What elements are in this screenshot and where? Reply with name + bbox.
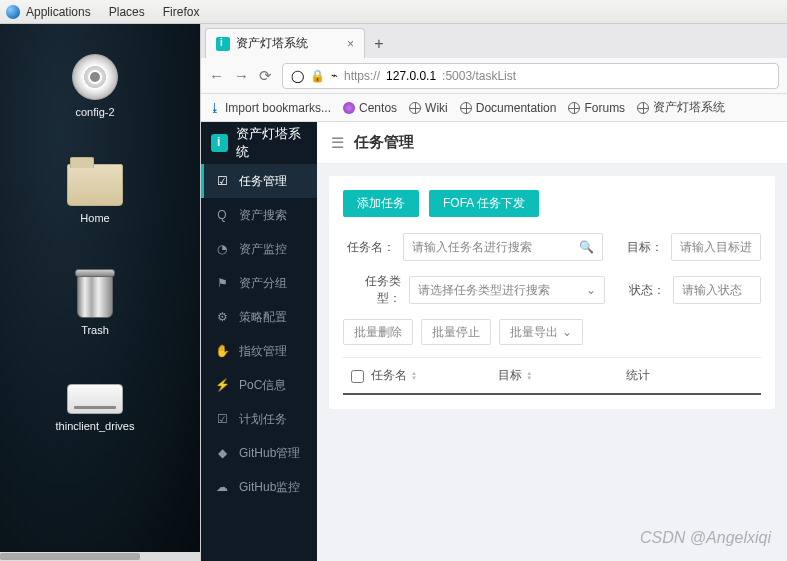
browser-tab[interactable]: 资产灯塔系统 × (205, 28, 365, 58)
table-header: 任务名▲▼ 目标▲▼ 统计 (343, 357, 761, 395)
import-bookmarks[interactable]: ⭳Import bookmarks... (209, 101, 331, 115)
sidebar-item-plan[interactable]: ☑计划任务 (201, 402, 317, 436)
group-icon: ⚑ (215, 276, 229, 290)
desktop-drives-icon[interactable]: thinclient_drives (50, 384, 140, 432)
taskname-input[interactable]: 请输入任务名进行搜索🔍 (403, 233, 603, 261)
th-taskname[interactable]: 任务名▲▼ (371, 367, 498, 384)
sidebar-item-label: 指纹管理 (239, 343, 287, 360)
desktop-home-icon[interactable]: Home (50, 164, 140, 224)
bookmark-forums[interactable]: Forums (568, 101, 625, 115)
batch-delete-button[interactable]: 批量删除 (343, 319, 413, 345)
menu-toggle-icon[interactable]: ☰ (331, 134, 344, 152)
forward-icon[interactable]: → (234, 67, 249, 84)
address-input[interactable]: ◯ 🔒 ⌁ https://127.0.0.1:5003/taskList (282, 63, 779, 89)
sidebar-item-github-mon[interactable]: ☁GitHub监控 (201, 470, 317, 504)
sidebar-item-label: PoC信息 (239, 377, 286, 394)
github-icon: ◆ (215, 446, 229, 460)
favicon-icon (216, 37, 230, 51)
url-host: 127.0.0.1 (386, 69, 436, 83)
add-task-button[interactable]: 添加任务 (343, 190, 419, 217)
label-taskname: 任务名： (343, 239, 395, 256)
label-trash: Trash (50, 324, 140, 336)
label-home: Home (50, 212, 140, 224)
sidebar: 资产灯塔系统 ☑任务管理 Q资产搜索 ◔资产监控 ⚑资产分组 ⚙策略配置 ✋指纹… (201, 122, 317, 561)
fofa-task-button[interactable]: FOFA 任务下发 (429, 190, 539, 217)
watermark: CSDN @Angelxiqi (640, 529, 771, 547)
trash-icon (77, 274, 113, 318)
plan-icon: ☑ (215, 412, 229, 426)
sidebar-item-group[interactable]: ⚑资产分组 (201, 266, 317, 300)
bookmark-docs[interactable]: Documentation (460, 101, 557, 115)
main-content: ☰ 任务管理 添加任务 FOFA 任务下发 任务名： 请输入任务名进行搜索🔍 目… (317, 122, 787, 561)
desktop-cd-icon[interactable]: config-2 (50, 54, 140, 118)
system-top-panel: Applications Places Firefox (0, 0, 787, 24)
type-select[interactable]: 请选择任务类型进行搜索⌄ (409, 276, 604, 304)
select-all-checkbox[interactable] (351, 370, 364, 383)
chevron-down-icon: ⌄ (562, 325, 572, 339)
desktop-area: config-2 Home Trash thinclient_drives (0, 24, 200, 561)
sidebar-item-label: 资产监控 (239, 241, 287, 258)
batch-stop-button[interactable]: 批量停止 (421, 319, 491, 345)
new-tab-button[interactable]: + (365, 30, 393, 58)
url-path: :5003/taskList (442, 69, 516, 83)
logo-icon (211, 134, 228, 152)
label-drives: thinclient_drives (50, 420, 140, 432)
close-tab-icon[interactable]: × (347, 37, 354, 51)
app-logo: 资产灯塔系统 (201, 122, 317, 164)
back-icon[interactable]: ← (209, 67, 224, 84)
task-icon: ☑ (215, 174, 229, 188)
logo-text: 资产灯塔系统 (236, 125, 308, 161)
sidebar-item-monitor[interactable]: ◔资产监控 (201, 232, 317, 266)
bookmark-wiki[interactable]: Wiki (409, 101, 448, 115)
menu-places[interactable]: Places (109, 5, 145, 19)
tab-title: 资产灯塔系统 (236, 35, 341, 52)
sidebar-item-label: 策略配置 (239, 309, 287, 326)
th-stat: 统计 (626, 367, 753, 384)
bookmark-asset[interactable]: 资产灯塔系统 (637, 99, 725, 116)
browser-window: 资产灯塔系统 × + ← → ⟳ ◯ 🔒 ⌁ https://127.0.0.1… (200, 24, 787, 561)
search-icon: 🔍 (579, 240, 594, 254)
sidebar-item-finger[interactable]: ✋指纹管理 (201, 334, 317, 368)
label-target: 目标： (611, 239, 663, 256)
cloud-icon: ☁ (215, 480, 229, 494)
cd-icon (72, 54, 118, 100)
sidebar-item-task[interactable]: ☑任务管理 (201, 164, 317, 198)
content-body: 添加任务 FOFA 任务下发 任务名： 请输入任务名进行搜索🔍 目标： 请输入目… (317, 164, 787, 561)
shield-icon: ◯ (291, 69, 304, 83)
bookmark-centos[interactable]: Centos (343, 101, 397, 115)
folder-icon (67, 164, 123, 206)
reload-icon[interactable]: ⟳ (259, 67, 272, 85)
target-input[interactable]: 请输入目标进 (671, 233, 761, 261)
taskbar-scrollbar[interactable] (0, 552, 200, 561)
sidebar-item-label: 资产分组 (239, 275, 287, 292)
sidebar-item-poc[interactable]: ⚡PoC信息 (201, 368, 317, 402)
label-type: 任务类型： (343, 273, 401, 307)
page-header: ☰ 任务管理 (317, 122, 787, 164)
globe-icon (637, 102, 649, 114)
status-input[interactable]: 请输入状态 (673, 276, 761, 304)
tab-bar: 资产灯塔系统 × + (201, 24, 787, 58)
label-config2: config-2 (50, 106, 140, 118)
search-icon: Q (215, 208, 229, 222)
monitor-icon: ◔ (215, 242, 229, 256)
th-target[interactable]: 目标▲▼ (498, 367, 625, 384)
app-body: 资产灯塔系统 ☑任务管理 Q资产搜索 ◔资产监控 ⚑资产分组 ⚙策略配置 ✋指纹… (201, 122, 787, 561)
sidebar-item-label: GitHub管理 (239, 445, 300, 462)
menu-firefox[interactable]: Firefox (163, 5, 200, 19)
batch-export-button[interactable]: 批量导出⌄ (499, 319, 583, 345)
chevron-down-icon: ⌄ (586, 283, 596, 297)
sidebar-item-github-mgmt[interactable]: ◆GitHub管理 (201, 436, 317, 470)
menu-applications[interactable]: Applications (26, 5, 91, 19)
bookmarks-bar: ⭳Import bookmarks... Centos Wiki Documen… (201, 94, 787, 122)
sidebar-item-search[interactable]: Q资产搜索 (201, 198, 317, 232)
desktop-trash-icon[interactable]: Trash (50, 274, 140, 336)
url-protocol: https:// (344, 69, 380, 83)
gear-icon: ⚙ (215, 310, 229, 324)
sidebar-item-label: 任务管理 (239, 173, 287, 190)
sidebar-item-policy[interactable]: ⚙策略配置 (201, 300, 317, 334)
sidebar-item-label: 资产搜索 (239, 207, 287, 224)
fingerprint-icon: ✋ (215, 344, 229, 358)
globe-icon (568, 102, 580, 114)
task-panel: 添加任务 FOFA 任务下发 任务名： 请输入任务名进行搜索🔍 目标： 请输入目… (329, 176, 775, 409)
lock-icon: 🔒 (310, 69, 325, 83)
